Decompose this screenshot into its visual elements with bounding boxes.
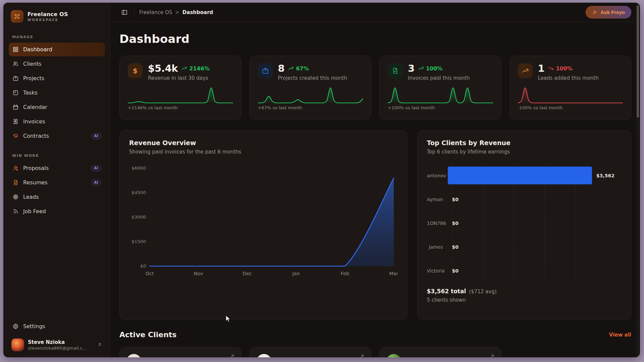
sidebar-item-label: Calendar [23,104,47,110]
trending-up-icon [181,65,187,71]
clients-shown-count: 5 clients shown [427,297,622,303]
kanban-icon [12,89,19,96]
breadcrumb: Freelance OS > Dashboard [139,9,213,15]
dashboard-icon [12,46,19,53]
trending-up-icon [288,65,294,71]
ai-badge: AI [91,165,101,171]
stat-value: $5.4k [148,63,178,73]
section-label-manage: MANAGE [12,35,102,39]
sparkline-chart [388,86,493,104]
stat-cards-row: $ $5.4k 2146% Revenue in last 30 days [119,56,631,120]
client-card-james[interactable]: James Mwangi [250,347,372,357]
stat-caption: Projects created this month [278,75,347,81]
sidebar-item-projects[interactable]: Projects [9,71,105,85]
client-bar-row: Ayman $0 [427,187,622,211]
chart-title: Top Clients by Revenue [427,139,622,146]
client-avatar [257,354,271,357]
svg-text:$1500: $1500 [131,239,146,244]
section-label-win-work: WIN WORK [12,154,102,158]
sidebar-item-dashboard[interactable]: Dashboard [9,43,105,56]
workspace-title: Freelance OS [28,11,68,17]
sidebar-toggle-button[interactable] [119,7,129,17]
sidebar-item-label: Projects [23,75,44,81]
sidebar-item-invoices[interactable]: Invoices [9,115,105,128]
page-title: Dashboard [119,32,631,46]
svg-text:$0: $0 [140,263,146,268]
sidebar-item-proposals[interactable]: Proposals AI [9,161,105,175]
stat-caption: Invoices paid this month [408,75,470,81]
client-card-antonov[interactable]: antonov and patners [119,347,241,357]
average-revenue: ($712 avg) [469,289,496,295]
ask-freyo-button[interactable]: Ask Freyo [586,6,631,18]
client-value: $0 [452,197,459,202]
client-avatar [386,354,401,357]
chevrons-up-down-icon [97,342,102,348]
sidebar-item-contracts[interactable]: Contracts AI [9,129,105,143]
sidebar-item-clients[interactable]: Clients [9,57,105,71]
stat-footer: -100% vs last month [518,105,623,110]
stat-value: 1 [538,63,545,73]
stat-value: 8 [278,63,285,73]
svg-text:$6000: $6000 [131,166,146,171]
sparkle-icon [592,10,597,15]
client-label: 1ON786 [427,221,448,226]
user-name: Steve Nzioka [28,339,87,345]
sidebar-item-label: Contracts [23,133,49,139]
client-bar-row: 1ON786 $0 [427,211,622,235]
client-bar-row: Victoria $0 [427,259,622,283]
sidebar-item-label: Clients [23,61,42,67]
top-clients-bar-chart: antonov $3,562 Ayman $0 1ON786 $0 Jame [427,164,622,283]
stat-footer: +67% vs last month [258,105,363,110]
svg-text:$3000: $3000 [131,215,146,220]
svg-text:Mar: Mar [389,271,397,276]
svg-text:Dec: Dec [243,271,252,276]
calendar-icon [12,104,19,110]
active-clients-row: antonov and patners James Mwangi Ayman [119,347,631,357]
handshake-icon [12,133,19,139]
client-avatar [126,354,141,357]
scrollbar-thumb[interactable] [637,5,639,118]
briefcase-icon [258,63,273,78]
sidebar-item-label: Job Feed [23,208,46,215]
trending-up-icon [418,65,424,71]
client-value: $3,562 [596,173,614,178]
chart-title: Revenue Overview [129,139,397,146]
sidebar-item-resumes[interactable]: Resumes AI [9,176,105,189]
sidebar-item-leads[interactable]: Leads [9,190,105,204]
active-clients-title: Active Clients [119,330,176,339]
stat-card-leads: 1 100% Leads added this month [509,56,632,120]
receipt-icon [12,118,19,125]
sparkles-icon [12,165,19,171]
sidebar-item-calendar[interactable]: Calendar [9,100,105,114]
ai-badge: AI [91,180,101,186]
svg-text:Nov: Nov [194,271,203,276]
main-area: Freelance OS > Dashboard Ask Freyo Dashb… [111,3,640,357]
client-bar-row: James $0 [427,235,622,259]
trend-badge: 67% [288,65,309,72]
sidebar-item-tasks[interactable]: Tasks [9,86,105,100]
sidebar-item-label: Resumes [23,179,47,186]
breadcrumb-root[interactable]: Freelance OS [139,9,172,15]
sidebar-item-label: Leads [23,194,39,200]
client-bar-row: antonov $3,562 [427,164,622,187]
external-link-icon[interactable] [359,353,365,357]
sidebar-item-settings[interactable]: Settings [9,319,105,333]
client-label: antonov [427,173,448,178]
rss-icon [12,208,19,215]
stat-caption: Leads added this month [538,75,599,81]
view-all-link[interactable]: View all [609,332,631,338]
trend-badge: 100% [548,65,572,72]
client-bar [448,167,592,184]
breadcrumb-current: Dashboard [182,9,213,15]
external-link-icon[interactable] [489,353,495,357]
sidebar-item-label: Tasks [23,89,38,96]
external-link-icon[interactable] [229,353,235,357]
client-card-ayman[interactable]: Ayman [379,347,501,357]
sidebar-item-job-feed[interactable]: Job Feed [9,204,105,218]
user-profile[interactable]: Steve Nzioka stevenzioka860@gmail.c… [9,337,105,352]
trend-badge: 2146% [181,65,210,72]
trending-down-icon [548,65,554,71]
sidebar-item-label: Invoices [23,118,45,125]
file-text-icon [12,179,19,186]
stat-card-invoices: 3 100% Invoices paid this month [379,56,501,120]
